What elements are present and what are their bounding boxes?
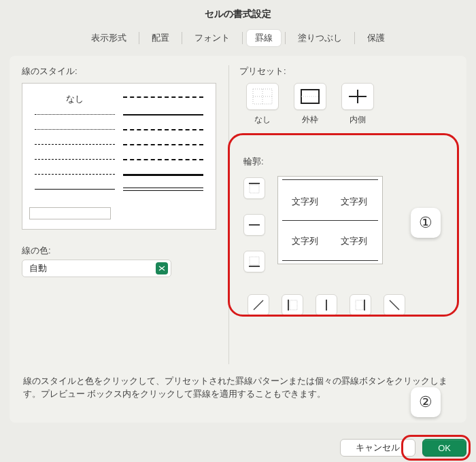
tab-font[interactable]: フォント [186, 30, 238, 46]
line-color-select[interactable]: 自動 [22, 260, 171, 277]
preset-none-icon [252, 88, 273, 105]
line-style-dashdot[interactable] [31, 152, 119, 166]
line-style-thin[interactable] [31, 181, 119, 196]
line-style-picker[interactable]: なし [22, 83, 216, 230]
preset-inside-icon [347, 88, 368, 105]
line-style-none[interactable]: なし [31, 89, 119, 105]
line-style-dashed[interactable] [31, 137, 119, 152]
line-style-dashed-fine[interactable] [31, 122, 119, 137]
tab-border[interactable]: 罫線 [247, 30, 281, 46]
format-cells-dialog: セルの書式設定 表示形式 配置 フォント 罫線 塗りつぶし 保護 線のスタイル:… [0, 0, 476, 462]
line-style-dashdot-heavy[interactable] [119, 89, 207, 104]
line-style-dashdot-med[interactable] [119, 137, 207, 152]
line-color-label: 線の色: [22, 245, 226, 257]
line-style-dashdotdot-med[interactable] [119, 152, 207, 166]
presets-label: プリセット: [239, 65, 454, 77]
help-text: 線のスタイルと色をクリックして、プリセットされた罫線パターンまたは個々の罫線ボタ… [23, 375, 453, 401]
tab-alignment[interactable]: 配置 [143, 30, 177, 46]
line-color-value: 自動 [29, 262, 47, 274]
chevron-down-icon [156, 262, 168, 274]
tab-display-format[interactable]: 表示形式 [83, 30, 135, 46]
line-style-dashed-medium[interactable] [119, 122, 207, 137]
line-style-thick[interactable] [119, 166, 207, 181]
line-style-dotted[interactable] [31, 107, 119, 122]
annotation-highlight-2 [401, 435, 471, 461]
line-style-double[interactable] [119, 181, 207, 196]
selected-line-preview [29, 207, 111, 219]
annotation-badge-2: ② [411, 387, 441, 417]
dialog-title: セルの書式設定 [0, 0, 476, 30]
annotation-badge-1: ① [411, 208, 441, 238]
preset-outline-icon [300, 88, 320, 105]
tab-bar: 表示形式 配置 フォント 罫線 塗りつぶし 保護 [0, 30, 476, 52]
preset-none[interactable]: なし [246, 83, 279, 126]
line-style-dashdotdot[interactable] [31, 166, 119, 181]
preset-inside[interactable]: 内側 [341, 83, 374, 126]
preset-outline[interactable]: 外枠 [294, 83, 326, 126]
line-style-label: 線のスタイル: [22, 65, 226, 77]
tab-protection[interactable]: 保護 [359, 30, 393, 46]
tab-fill[interactable]: 塗りつぶし [290, 30, 350, 46]
line-style-solid-medium[interactable] [119, 107, 207, 122]
